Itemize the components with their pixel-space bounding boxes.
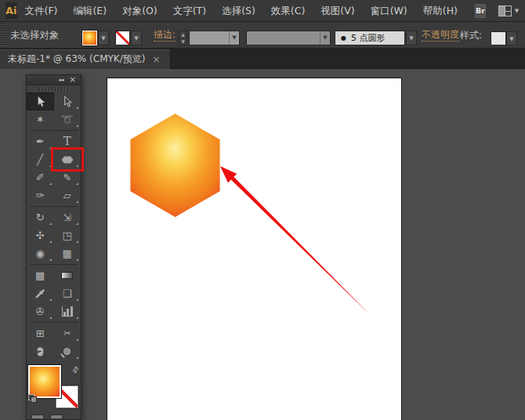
workspace-layout-icon bbox=[498, 5, 512, 16]
width-tool[interactable]: ✣ bbox=[27, 226, 54, 244]
gradient-tool[interactable] bbox=[54, 266, 81, 284]
type-tool[interactable]: T bbox=[54, 132, 81, 150]
chevron-down-icon: ▼ bbox=[515, 8, 519, 14]
blend-tool[interactable]: ❑ bbox=[54, 284, 81, 302]
width-tool-icon: ✣ bbox=[36, 230, 45, 241]
blob-brush-icon: ✑ bbox=[36, 190, 45, 201]
workspace-switcher[interactable]: ▼ bbox=[498, 5, 519, 16]
document-title: 未标题-1* @ 63% (CMYK/预览) bbox=[8, 52, 145, 66]
artboard[interactable] bbox=[107, 78, 402, 420]
direct-selection-tool[interactable] bbox=[54, 92, 81, 110]
blob-brush-tool[interactable]: ✑ bbox=[27, 186, 54, 205]
perspective-grid-tool[interactable]: ▦ bbox=[54, 244, 81, 262]
scale-tool[interactable]: ⇲ bbox=[54, 208, 81, 226]
eraser-tool[interactable]: ▱ bbox=[54, 186, 81, 205]
paintbrush-icon: ✐ bbox=[36, 172, 45, 183]
selection-tool[interactable] bbox=[27, 92, 54, 110]
graphic-style-combo[interactable] bbox=[491, 31, 506, 45]
menu-edit[interactable]: 编辑(E) bbox=[65, 0, 114, 21]
panel-drag-grip[interactable] bbox=[39, 87, 69, 92]
slice-tool[interactable]: ✂ bbox=[54, 324, 81, 342]
menu-file[interactable]: 文件(F) bbox=[17, 0, 66, 21]
stroke-weight-combo[interactable]: ▼ bbox=[189, 31, 240, 45]
blend-icon: ❑ bbox=[63, 288, 72, 299]
pen-icon: ✒ bbox=[36, 136, 45, 147]
eraser-icon: ▱ bbox=[63, 190, 71, 201]
symbol-sprayer-icon: ✇ bbox=[36, 306, 45, 317]
selection-status: 未选择对象 bbox=[10, 22, 60, 48]
bridge-button[interactable]: Br bbox=[475, 4, 486, 18]
shape-builder-tool[interactable]: ◉ bbox=[27, 244, 54, 262]
free-transform-tool[interactable]: ◳ bbox=[54, 226, 81, 244]
paintbrush-tool[interactable]: ✐ bbox=[27, 168, 54, 186]
free-transform-icon: ◳ bbox=[63, 230, 72, 241]
lasso-tool[interactable]: ➰ bbox=[54, 110, 81, 129]
style-dropdown-button[interactable]: ▼ bbox=[506, 31, 517, 45]
document-tab-bar: 未标题-1* @ 63% (CMYK/预览) × bbox=[0, 49, 525, 69]
menu-effect[interactable]: 效果(C) bbox=[263, 0, 313, 21]
swap-fill-stroke-icon[interactable]: ⇄ bbox=[70, 364, 81, 375]
tools-panel: ◂◂ × ✶ ➰ ✒ T ╱ bbox=[26, 74, 81, 420]
artboard-icon: ⊞ bbox=[36, 328, 45, 339]
tools-panel-header: ◂◂ × bbox=[27, 75, 81, 85]
panel-grip[interactable] bbox=[1, 24, 5, 46]
menu-help[interactable]: 帮助(H) bbox=[415, 0, 465, 21]
type-icon: T bbox=[63, 136, 71, 147]
close-panel-icon[interactable]: × bbox=[70, 76, 76, 84]
opacity-panel-link[interactable]: 不透明度 bbox=[422, 29, 459, 42]
stroke-color-swatch[interactable] bbox=[115, 31, 130, 45]
direct-selection-cursor-icon bbox=[61, 96, 73, 107]
artboard-tool[interactable]: ⊞ bbox=[27, 324, 54, 342]
shape-tool[interactable] bbox=[54, 150, 81, 168]
menu-view[interactable]: 视图(V) bbox=[313, 0, 362, 21]
rotate-tool[interactable]: ↻ bbox=[27, 208, 54, 226]
perspective-grid-icon: ▦ bbox=[63, 248, 72, 259]
hand-tool[interactable] bbox=[27, 342, 54, 360]
fill-stroke-control: ⇄ bbox=[27, 365, 81, 406]
slice-knife-icon: ✂ bbox=[63, 329, 71, 338]
menu-object[interactable]: 对象(O) bbox=[114, 0, 165, 21]
stroke-panel-link[interactable]: 描边: bbox=[154, 29, 176, 42]
gradient-icon bbox=[61, 272, 73, 279]
mesh-icon: ▩ bbox=[35, 270, 45, 281]
pencil-tool[interactable]: ✎ bbox=[54, 168, 81, 186]
document-tab[interactable]: 未标题-1* @ 63% (CMYK/预览) × bbox=[0, 49, 171, 69]
stroke-dropdown-button[interactable]: ▼ bbox=[131, 31, 142, 45]
eyedropper-icon bbox=[34, 288, 45, 299]
collapse-panel-icon[interactable]: ◂◂ bbox=[59, 77, 64, 83]
line-segment-tool[interactable]: ╱ bbox=[27, 150, 54, 168]
brush-preview-dot: ● bbox=[341, 35, 346, 42]
pencil-icon: ✎ bbox=[63, 172, 71, 183]
shape-builder-icon: ◉ bbox=[36, 248, 45, 259]
menu-bar: Ai 文件(F) 编辑(E) 对象(O) 文字(T) 选择(S) 效果(C) 视… bbox=[0, 0, 525, 22]
fill-color-swatch[interactable] bbox=[82, 31, 97, 45]
menu-type[interactable]: 文字(T) bbox=[165, 0, 214, 21]
menu-select[interactable]: 选择(S) bbox=[214, 0, 263, 21]
line-segment-icon: ╱ bbox=[37, 154, 43, 165]
tab-close-icon[interactable]: × bbox=[152, 55, 160, 64]
pen-tool[interactable]: ✒ bbox=[27, 132, 54, 150]
scale-icon: ⇲ bbox=[63, 212, 71, 223]
magnifier-icon bbox=[63, 348, 71, 355]
polygon-icon bbox=[61, 154, 74, 166]
menu-window[interactable]: 窗口(W) bbox=[363, 0, 415, 21]
zoom-tool[interactable] bbox=[54, 342, 81, 360]
magic-wand-icon: ✶ bbox=[36, 114, 45, 125]
brush-name: 5 点圆形 bbox=[351, 32, 386, 44]
default-fill-stroke-icon[interactable] bbox=[28, 394, 38, 404]
selection-cursor-icon bbox=[34, 96, 46, 107]
app-logo: Ai bbox=[5, 2, 17, 19]
stroke-weight-stepper[interactable]: ▲▼ bbox=[179, 31, 187, 45]
eyedropper-tool[interactable] bbox=[27, 284, 54, 302]
control-bar: 未选择对象 ▼ ▼ 描边: ▲▼ ▼ ▼ ● 5 点圆形 ▼ 不透明度 样式: … bbox=[0, 22, 525, 49]
brush-dropdown-button[interactable]: ▼ bbox=[406, 31, 417, 45]
fill-dropdown-button[interactable]: ▼ bbox=[98, 31, 109, 45]
brush-definition-combo[interactable]: ● 5 点圆形 bbox=[335, 31, 405, 45]
mesh-tool[interactable]: ▩ bbox=[27, 266, 54, 284]
color-mode-buttons[interactable] bbox=[27, 415, 81, 419]
graph-tool[interactable] bbox=[54, 302, 81, 320]
fill-swatch[interactable] bbox=[28, 365, 61, 398]
magic-wand-tool[interactable]: ✶ bbox=[27, 110, 54, 129]
symbol-sprayer-tool[interactable]: ✇ bbox=[27, 302, 54, 320]
variable-width-profile-combo[interactable]: ▼ bbox=[246, 31, 331, 45]
